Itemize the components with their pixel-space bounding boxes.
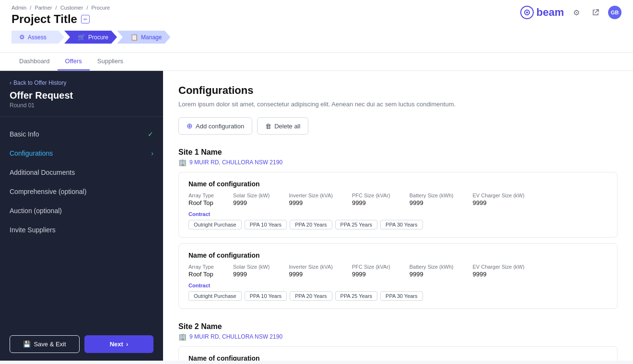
settings-icon[interactable]: ⚙ <box>570 6 583 19</box>
field-inverter-size-2: Inverter Size (kVA) 9999 <box>289 264 333 278</box>
top-header: Admin / Partner / Customer / Procure Pro… <box>0 0 633 53</box>
add-configuration-button[interactable]: ⊕ Add configuration <box>178 117 252 135</box>
pfc-size-value: 9999 <box>352 199 390 206</box>
sidebar-item-invite-suppliers[interactable]: Invite Suppliers <box>0 220 163 239</box>
avatar[interactable]: GB <box>608 6 621 19</box>
field-array-type: Array Type Roof Top <box>188 193 214 206</box>
contract-tags-1-1: Outright Purchase PPA 10 Years PPA 20 Ye… <box>188 220 608 229</box>
config-1-1-fields: Array Type Roof Top Solar Size (kW) 9999… <box>188 193 608 206</box>
brand-logo: beam <box>520 6 564 19</box>
back-link-label: Back to Offer History <box>13 80 66 86</box>
sidebar-item-comprehensive[interactable]: Comprehensive (optional) <box>0 182 163 201</box>
inverter-size-value-2: 9999 <box>289 271 333 278</box>
step-procure-label: Procure <box>88 34 108 41</box>
site-1-address-text: 9 MUIR RD, CHULLORA NSW 2190 <box>189 159 282 166</box>
breadcrumb-customer[interactable]: Customer <box>60 5 83 11</box>
external-link-icon[interactable] <box>589 6 602 19</box>
logo-icon <box>520 6 534 19</box>
sidebar-item-auction[interactable]: Auction (optional) <box>0 201 163 220</box>
solar-size-value: 9999 <box>233 199 270 206</box>
back-link[interactable]: ‹ Back to Offer History <box>10 80 153 86</box>
field-battery-size-2: Battery Size (kWh) 9999 <box>410 264 454 278</box>
check-icon: ✓ <box>148 130 153 138</box>
edit-title-icon[interactable]: ✏ <box>81 15 90 23</box>
config-1-2-name: Name of configuration <box>188 251 608 259</box>
inverter-size-label-2: Inverter Size (kVA) <box>289 264 333 270</box>
step-assess-label: Assess <box>28 34 47 41</box>
breadcrumb-procure[interactable]: Procure <box>92 5 110 11</box>
config-2-1-name: Name of configuration <box>188 354 608 361</box>
action-bar: ⊕ Add configuration 🗑 Delete all <box>178 117 618 135</box>
content-area: Configurations Lorem ipsum dolor sit ame… <box>163 71 633 361</box>
content-description: Lorem ipsum dolor sit amet, consectetur … <box>178 101 618 108</box>
site-1-section: Site 1 Name 🏢 9 MUIR RD, CHULLORA NSW 21… <box>178 148 618 309</box>
breadcrumb-admin[interactable]: Admin <box>12 5 26 11</box>
contract-label-1-2: Contract <box>188 283 608 288</box>
sidebar-item-auction-label: Auction (optional) <box>10 207 62 215</box>
battery-size-value: 9999 <box>410 199 454 206</box>
tag-ppa10: PPA 10 Years <box>245 220 287 229</box>
offer-request-title: Offer Request <box>10 90 153 101</box>
config-card-2-1: Name of configuration Array Type Roof To… <box>178 346 618 361</box>
tag-ppa20: PPA 20 Years <box>290 220 332 229</box>
solar-size-value-2: 9999 <box>233 271 270 278</box>
delete-all-label: Delete all <box>274 123 300 130</box>
step-assess[interactable]: ⚙ Assess <box>12 31 64 44</box>
tag-outright: Outright Purchase <box>188 220 242 229</box>
save-exit-button[interactable]: 💾 Save & Exit <box>10 335 80 353</box>
solar-size-label-2: Solar Size (kW) <box>233 264 270 270</box>
field-inverter-size: Inverter Size (kVA) 9999 <box>289 193 333 206</box>
step-procure[interactable]: 🛒 Procure <box>64 31 117 44</box>
battery-size-value-2: 9999 <box>410 271 454 278</box>
contract-tags-1-2: Outright Purchase PPA 10 Years PPA 20 Ye… <box>188 291 608 301</box>
site-2-title: Site 2 Name <box>178 322 618 331</box>
logo-area: beam ⚙ GB <box>520 6 621 19</box>
procure-icon: 🛒 <box>78 34 85 41</box>
save-icon: 💾 <box>23 341 31 348</box>
tab-suppliers[interactable]: Suppliers <box>90 53 131 70</box>
site-2-address: 🏢 9 MUIR RD, CHULLORA NSW 2190 <box>178 333 618 341</box>
pfc-size-value-2: 9999 <box>352 271 390 278</box>
page-title: Project Title <box>12 12 77 26</box>
sidebar-item-basic-info[interactable]: Basic Info ✓ <box>0 125 163 144</box>
main-layout: ‹ Back to Offer History Offer Request Ro… <box>0 71 633 361</box>
delete-all-button[interactable]: 🗑 Delete all <box>257 117 308 135</box>
save-exit-label: Save & Exit <box>34 341 66 348</box>
round-label: Round 01 <box>10 102 153 109</box>
field-solar-size: Solar Size (kW) 9999 <box>233 193 270 206</box>
sidebar-item-basic-info-label: Basic Info <box>10 130 39 138</box>
chevron-left-icon: ‹ <box>10 80 12 86</box>
array-type-label-2: Array Type <box>188 264 214 270</box>
ev-charger-label: EV Charger Size (kW) <box>472 193 524 198</box>
pfc-size-label-2: PFC Size (kVAr) <box>352 264 390 270</box>
location-icon-2: 🏢 <box>178 333 187 341</box>
step-manage[interactable]: 📋 Manage <box>117 31 170 44</box>
next-label: Next <box>110 341 123 348</box>
tag-ppa25: PPA 25 Years <box>335 220 377 229</box>
ev-charger-value: 9999 <box>472 199 524 206</box>
field-pfc-size-2: PFC Size (kVAr) 9999 <box>352 264 390 278</box>
sidebar-nav: Basic Info ✓ Configurations › Additional… <box>0 117 163 328</box>
sidebar-item-comprehensive-label: Comprehensive (optional) <box>10 188 86 195</box>
array-type-value-2: Roof Top <box>188 271 214 278</box>
battery-size-label: Battery Size (kWh) <box>410 193 454 198</box>
next-arrow-icon: › <box>126 341 128 348</box>
sidebar-item-configurations[interactable]: Configurations › <box>0 144 163 163</box>
sidebar: ‹ Back to Offer History Offer Request Ro… <box>0 71 163 361</box>
stepper: ⚙ Assess 🛒 Procure 📋 Manage <box>12 31 621 44</box>
tab-dashboard[interactable]: Dashboard <box>12 53 58 70</box>
config-1-2-fields: Array Type Roof Top Solar Size (kW) 9999… <box>188 264 608 278</box>
add-config-label: Add configuration <box>196 123 244 130</box>
tag-ppa30-2: PPA 30 Years <box>380 291 422 301</box>
sidebar-item-additional-docs[interactable]: Additional Documents <box>0 163 163 182</box>
field-ev-charger: EV Charger Size (kW) 9999 <box>472 193 524 206</box>
breadcrumb-partner[interactable]: Partner <box>35 5 52 11</box>
field-solar-size-2: Solar Size (kW) 9999 <box>233 264 270 278</box>
field-pfc-size: PFC Size (kVAr) 9999 <box>352 193 390 206</box>
ev-charger-label-2: EV Charger Size (kW) <box>472 264 524 270</box>
config-card-1-1: Name of configuration Array Type Roof To… <box>178 172 618 238</box>
tab-offers[interactable]: Offers <box>58 53 90 70</box>
next-button[interactable]: Next › <box>84 335 153 353</box>
inverter-size-value: 9999 <box>289 199 333 206</box>
content-title: Configurations <box>178 84 618 97</box>
